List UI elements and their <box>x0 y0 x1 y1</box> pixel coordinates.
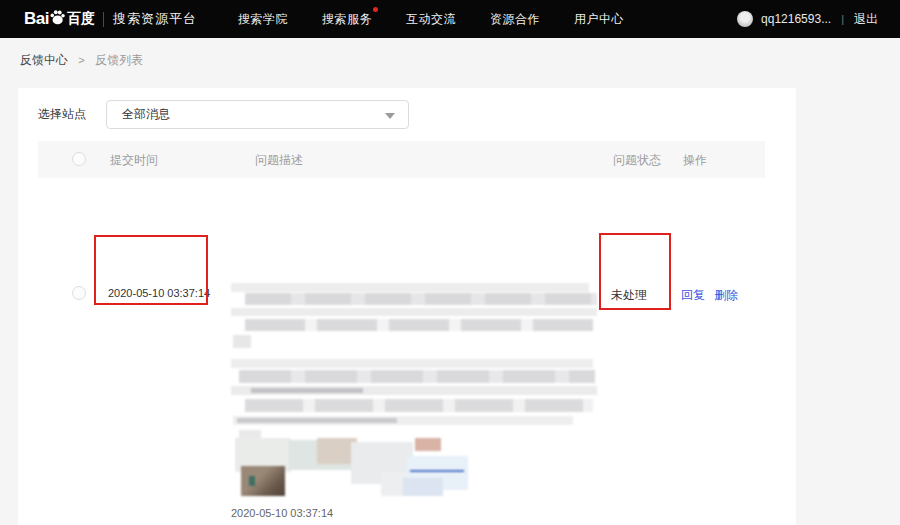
feedback-card: 选择站点 全部消息 提交时间 问题描述 问题状态 操作 2020-05-10 0… <box>18 88 796 525</box>
top-nav-bar: Bai 百度 搜索资源平台 搜索学院 搜索服务 互动交流 资源合作 用户中心 <box>0 0 900 38</box>
reply-link[interactable]: 回复 <box>681 288 705 302</box>
user-zone: qq1216593... | 退出 <box>737 0 878 38</box>
notification-dot <box>373 7 378 12</box>
column-submit-time: 提交时间 <box>110 152 158 169</box>
nav-item-search-academy[interactable]: 搜索学院 <box>221 11 305 28</box>
site-filter-row: 选择站点 全部消息 <box>38 100 409 129</box>
nav-item-search-service[interactable]: 搜索服务 <box>305 11 389 28</box>
row-checkbox[interactable] <box>72 286 86 300</box>
site-select-value: 全部消息 <box>122 106 170 123</box>
username[interactable]: qq1216593... <box>761 12 831 26</box>
baidu-logo-cn: 百度 <box>67 10 95 28</box>
breadcrumb-separator: > <box>78 54 84 66</box>
chevron-down-icon <box>385 113 395 119</box>
breadcrumb-feedback-center[interactable]: 反馈中心 <box>20 53 68 67</box>
site-filter-label: 选择站点 <box>38 106 86 123</box>
platform-title: 搜索资源平台 <box>113 10 197 28</box>
baidu-logo-text: Bai <box>24 9 49 29</box>
row-operations: 回复 删除 <box>681 287 738 304</box>
column-operations: 操作 <box>683 152 707 169</box>
row-submit-time: 2020-05-10 03:37:14 <box>108 287 210 299</box>
logo-divider <box>103 12 104 27</box>
nav-item-user-center[interactable]: 用户中心 <box>557 11 641 28</box>
user-avatar[interactable] <box>737 11 753 27</box>
description-cell: 2020-05-10 03:37:14 因为第一次遇到这样的问题，对方已在昨天发… <box>231 280 683 525</box>
table-header: 提交时间 问题描述 问题状态 操作 <box>38 141 765 178</box>
baidu-paw-icon <box>49 9 66 26</box>
message-timestamp: 2020-05-10 03:37:14 <box>231 507 683 519</box>
nav-item-resource-coop[interactable]: 资源合作 <box>473 11 557 28</box>
select-all-checkbox[interactable] <box>72 152 86 166</box>
delete-link[interactable]: 删除 <box>714 288 738 302</box>
top-nav: 搜索学院 搜索服务 互动交流 资源合作 用户中心 <box>221 11 641 28</box>
column-description: 问题描述 <box>255 152 303 169</box>
column-status: 问题状态 <box>613 152 661 169</box>
nav-item-interaction[interactable]: 互动交流 <box>389 11 473 28</box>
page: Bai 百度 搜索资源平台 搜索学院 搜索服务 互动交流 资源合作 用户中心 <box>0 0 900 525</box>
breadcrumb: 反馈中心 > 反馈列表 <box>20 52 143 69</box>
baidu-logo[interactable]: Bai 百度 <box>24 9 95 29</box>
logout-link[interactable]: 退出 <box>854 11 878 28</box>
user-divider: | <box>841 13 844 25</box>
redacted-screenshot <box>231 280 599 498</box>
redacted-photo <box>241 466 285 496</box>
breadcrumb-feedback-list: 反馈列表 <box>95 53 143 67</box>
site-select[interactable]: 全部消息 <box>106 100 409 129</box>
